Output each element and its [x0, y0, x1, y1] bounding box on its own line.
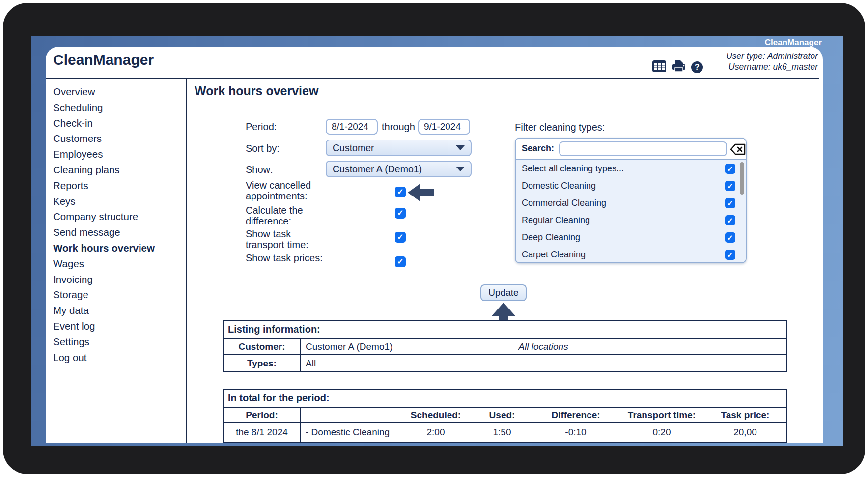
show-transport-time-label: Show task transport time:: [246, 228, 329, 250]
list-item-label: Commercial Cleaning: [522, 198, 606, 208]
cell-difference: -0:10: [536, 427, 615, 438]
app-title: CleanManager: [53, 52, 154, 68]
sort-by-select[interactable]: Customer: [326, 140, 472, 156]
list-item-commercial[interactable]: Commercial Cleaning ✓: [516, 195, 746, 212]
customer-row-label: Customer:: [224, 339, 301, 354]
types-row-label: Types:: [224, 355, 301, 371]
show-value: Customer A (Demo1): [333, 164, 422, 175]
search-label: Search:: [522, 143, 554, 154]
table-row: Types: All: [224, 355, 786, 371]
types-value: All: [306, 358, 316, 369]
sidebar-item-invoicing[interactable]: Invoicing: [53, 272, 183, 287]
col-header-price: Task price:: [708, 410, 782, 421]
search-input[interactable]: [559, 141, 727, 156]
list-item-regular[interactable]: Regular Cleaning ✓: [516, 212, 746, 229]
cell-used: 1:50: [468, 427, 536, 438]
app-window: CleanManager: [46, 47, 823, 443]
device-frame: CleanManager CleanManager: [3, 3, 865, 474]
sidebar-item-check-in[interactable]: Check-in: [53, 115, 183, 131]
table-icon[interactable]: [652, 60, 667, 75]
screenshot-stage: CleanManager CleanManager: [0, 0, 868, 477]
sidebar-item-employees[interactable]: Employees: [53, 146, 183, 162]
chevron-down-icon: [456, 145, 465, 150]
sidebar-item-log-out[interactable]: Log out: [53, 350, 183, 365]
header-icon-bar: ?: [652, 60, 703, 75]
col-header-difference: Difference:: [536, 410, 615, 421]
sidebar-item-customers[interactable]: Customers: [53, 131, 183, 146]
username-text: Username: uk6_master: [726, 61, 818, 72]
deep-cleaning-checkbox[interactable]: ✓: [725, 232, 735, 243]
totals-table: In total for the period: Period: Schedul…: [223, 389, 787, 443]
view-cancelled-checkbox[interactable]: ✓: [395, 187, 406, 197]
filter-title: Filter cleaning types:: [515, 122, 605, 133]
cell-type: - Domestic Cleaning: [301, 427, 404, 438]
totals-table-title: In total for the period:: [224, 390, 786, 408]
locations-note: All locations: [301, 341, 786, 352]
list-item-domestic[interactable]: Domestic Cleaning ✓: [516, 177, 746, 195]
arrow-left-icon: [408, 184, 434, 201]
show-transport-time-checkbox[interactable]: ✓: [395, 232, 406, 243]
sidebar-item-keys[interactable]: Keys: [53, 194, 183, 209]
list-item-carpet[interactable]: Carpet Cleaning ✓: [516, 246, 746, 263]
cell-scheduled: 2:00: [404, 427, 468, 438]
select-all-checkbox[interactable]: ✓: [725, 164, 735, 174]
show-task-prices-checkbox[interactable]: ✓: [395, 256, 406, 267]
totals-data-row: the 8/1 2024 - Domestic Cleaning 2:00 1:…: [224, 423, 786, 442]
sidebar-item-cleaning-plans[interactable]: Cleaning plans: [53, 162, 183, 178]
regular-cleaning-checkbox[interactable]: ✓: [725, 215, 735, 225]
sidebar-item-event-log[interactable]: Event log: [53, 318, 183, 334]
sidebar-item-work-hours-overview[interactable]: Work hours overview: [53, 240, 183, 256]
sidebar-item-company-structure[interactable]: Company structure: [53, 209, 183, 224]
sidebar-divider: [186, 79, 187, 443]
col-header-scheduled: Scheduled:: [404, 410, 468, 421]
scrollbar-track[interactable]: [740, 162, 744, 260]
calculate-difference-checkbox[interactable]: ✓: [395, 208, 406, 219]
sidebar-item-wages[interactable]: Wages: [53, 256, 183, 272]
customer-row-value-cell: Customer A (Demo1) All locations: [301, 339, 786, 354]
user-type-text: User type: Administrator: [726, 51, 818, 61]
scrollbar-thumb[interactable]: [740, 162, 744, 195]
sidebar-nav: Overview Scheduling Check-in Customers E…: [53, 84, 183, 365]
show-label: Show:: [246, 164, 273, 175]
user-info: User type: Administrator Username: uk6_m…: [726, 51, 818, 72]
show-select[interactable]: Customer A (Demo1): [326, 161, 472, 177]
sidebar-item-my-data[interactable]: My data: [53, 303, 183, 318]
page-title: Work hours overview: [195, 84, 318, 98]
sidebar-item-send-message[interactable]: Send message: [53, 224, 183, 240]
carpet-cleaning-checkbox[interactable]: ✓: [725, 250, 735, 260]
sidebar-item-scheduling[interactable]: Scheduling: [53, 100, 183, 115]
list-item-label: Deep Cleaning: [522, 232, 580, 243]
col-header-transport: Transport time:: [615, 410, 708, 421]
domestic-cleaning-checkbox[interactable]: ✓: [725, 181, 735, 191]
clear-search-icon[interactable]: [730, 143, 746, 158]
print-icon[interactable]: [672, 60, 686, 75]
cleaning-type-list: Select all cleaning types... ✓ Domestic …: [516, 160, 746, 263]
col-header-period: Period:: [224, 408, 301, 422]
sidebar-item-settings[interactable]: Settings: [53, 334, 183, 350]
list-item-label: Regular Cleaning: [522, 215, 590, 225]
chevron-down-icon: [456, 167, 465, 171]
filter-panel: Search: Select all cleaning types... ✓: [515, 138, 747, 263]
sidebar-item-reports[interactable]: Reports: [53, 178, 183, 194]
update-button[interactable]: Update: [480, 284, 527, 301]
sort-by-value: Customer: [333, 142, 374, 154]
list-item-deep[interactable]: Deep Cleaning ✓: [516, 229, 746, 246]
commercial-cleaning-checkbox[interactable]: ✓: [725, 198, 735, 208]
view-cancelled-label: View cancelled appointments:: [246, 180, 329, 201]
period-to-input[interactable]: [418, 119, 470, 135]
show-task-prices-label: Show task prices:: [246, 253, 329, 263]
filter-search-row: Search:: [516, 139, 746, 160]
cell-period: the 8/1 2024: [224, 423, 301, 442]
list-item-select-all[interactable]: Select all cleaning types... ✓: [516, 160, 746, 177]
totals-header-row: Period: Scheduled: Used: Difference: Tra…: [224, 408, 786, 423]
col-header-used: Used:: [468, 410, 536, 421]
sidebar-item-storage[interactable]: Storage: [53, 287, 183, 303]
cell-price: 20,00: [708, 427, 782, 438]
period-label: Period:: [246, 121, 277, 133]
list-item-label: Select all cleaning types...: [522, 164, 624, 174]
through-label: through: [382, 121, 415, 133]
cell-transport: 0:20: [615, 427, 708, 438]
period-from-input[interactable]: [326, 119, 378, 135]
help-icon[interactable]: ?: [691, 61, 703, 73]
sidebar-item-overview[interactable]: Overview: [53, 84, 183, 100]
